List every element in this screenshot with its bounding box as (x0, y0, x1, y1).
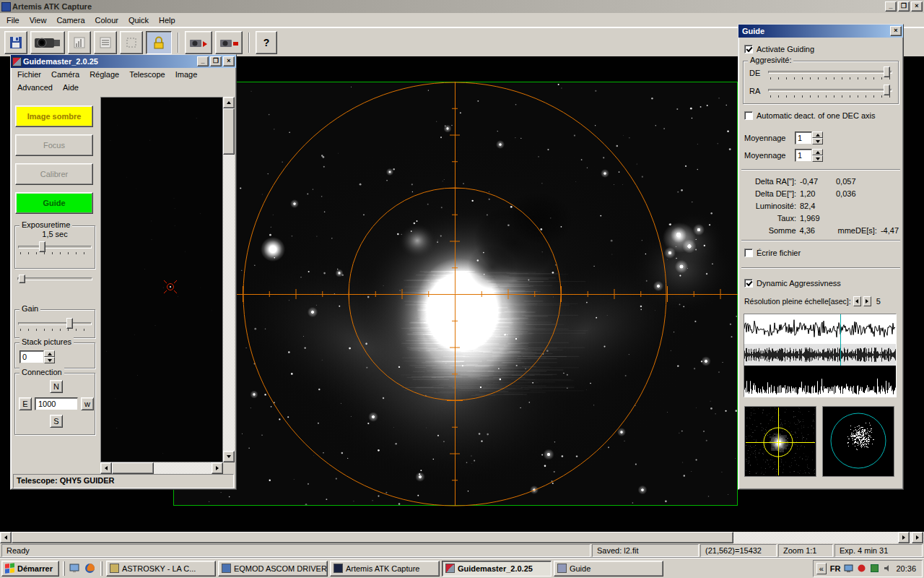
taskbar-task-eqmod[interactable]: EQMOD ASCOM DRIVER (218, 561, 328, 577)
gm-menu-fichier[interactable]: Fichier (12, 68, 46, 81)
status-pixel-value: (21,562)=15432 (700, 544, 777, 557)
preview-vscroll-thumb[interactable] (223, 108, 235, 155)
stack-spinner[interactable]: 0 (19, 350, 55, 363)
auto-deact-checkbox[interactable] (744, 111, 753, 120)
exposure-slider-thumb[interactable] (39, 241, 45, 252)
taskbar-task-artemis[interactable]: Artemis ATK Capture (330, 561, 440, 577)
exposure-progress-thumb[interactable] (19, 275, 25, 283)
display-settings-button[interactable] (94, 31, 117, 54)
average1-value[interactable]: 1 (795, 131, 812, 144)
stack-value[interactable]: 0 (19, 350, 44, 363)
write-file-checkbox[interactable] (744, 249, 753, 257)
preview-hscrollbar[interactable] (100, 462, 223, 474)
preview-hscroll-thumb[interactable] (112, 462, 154, 474)
ra-aggressivity-slider[interactable] (768, 83, 892, 98)
stack-down-button[interactable] (44, 357, 55, 363)
gm-menu-camera[interactable]: Caméra (46, 68, 84, 81)
start-button[interactable]: Démarrer (1, 561, 59, 577)
guider-preview-panel[interactable] (100, 97, 223, 462)
artemis-minimize-button[interactable]: _ (885, 1, 897, 12)
record-tray-icon[interactable] (857, 564, 866, 573)
nudge-east-button[interactable]: E (19, 397, 32, 410)
tray-chevron-button[interactable]: « (816, 563, 827, 574)
average2-value[interactable]: 1 (795, 149, 812, 162)
taskbar-task-guide[interactable]: Guide (554, 561, 663, 577)
focus-button[interactable]: Focus (15, 134, 93, 156)
menu-view[interactable]: View (25, 14, 52, 27)
gm-menu-image[interactable]: Image (170, 68, 203, 81)
hscroll-thumb[interactable] (12, 532, 733, 543)
menu-help[interactable]: Help (154, 14, 180, 27)
resolution-left-button[interactable] (853, 296, 861, 306)
artemis-hscrollbar[interactable] (0, 532, 924, 543)
capture-loop-button[interactable] (185, 31, 212, 54)
exposure-slider[interactable] (18, 240, 92, 254)
hscroll-left-button[interactable] (0, 532, 12, 543)
nudge-south-button[interactable]: S (50, 415, 63, 428)
preview-scroll-left-button[interactable] (100, 462, 112, 474)
gain-slider[interactable] (18, 316, 92, 331)
preview-vscrollbar[interactable] (223, 97, 235, 462)
guidemaster-titlebar[interactable]: Guidemaster_2.0.25 _ ❐ × (11, 55, 236, 68)
preview-scroll-up-button[interactable] (223, 97, 235, 108)
auto-deact-row[interactable]: Automatic deact. of one DEC axis (744, 111, 875, 120)
menu-file[interactable]: File (1, 14, 25, 27)
browser-icon[interactable] (84, 562, 97, 575)
capture-single-button[interactable] (215, 31, 243, 54)
nudge-west-button[interactable]: w (81, 397, 94, 410)
lock-button[interactable] (146, 31, 172, 54)
guidemaster-maximize-button[interactable]: ❐ (210, 56, 222, 66)
guider-preview-canvas[interactable] (101, 98, 222, 462)
calibrate-button[interactable]: Calibrer (15, 163, 93, 185)
volume-tray-icon[interactable] (883, 564, 892, 573)
preview-scroll-right-button[interactable] (212, 462, 223, 474)
gain-slider-thumb[interactable] (66, 318, 73, 329)
camera-settings-button[interactable] (30, 31, 65, 54)
write-file-row[interactable]: Écrire fichier (744, 249, 801, 257)
save-button[interactable] (4, 31, 27, 54)
artemis-close-button[interactable]: × (911, 1, 923, 12)
gm-menu-reglage[interactable]: Réglage (84, 68, 124, 81)
guidemaster-minimize-button[interactable]: _ (197, 56, 209, 66)
histogram-button[interactable] (68, 31, 91, 54)
guide-button[interactable]: Guide (15, 192, 93, 214)
hscroll-right-button2[interactable] (912, 532, 923, 543)
activate-guiding-checkbox[interactable] (744, 45, 753, 53)
guidemaster-close-button[interactable]: × (223, 56, 235, 66)
ra-slider-thumb[interactable] (884, 85, 890, 95)
hscroll-right-button[interactable] (898, 532, 910, 543)
pulse-duration-field[interactable]: 1000 (35, 397, 78, 410)
menu-camera[interactable]: Camera (51, 14, 90, 27)
guide-close-button[interactable]: × (890, 26, 902, 36)
eqmod-tray-icon[interactable] (870, 564, 879, 573)
taskbar-task-astrosky[interactable]: ASTROSKY - LA C... (106, 561, 216, 577)
gm-menu-advanced[interactable]: Advanced (12, 81, 58, 94)
nudge-north-button[interactable]: N (50, 380, 63, 393)
average2-spinner[interactable]: 1 (795, 149, 823, 162)
selection-button[interactable] (120, 31, 143, 54)
dark-frame-button[interactable]: Image sombre (15, 105, 93, 127)
artemis-maximize-button[interactable]: ❐ (898, 1, 910, 12)
delta-de-row: Delta DE["]: 1,20 0,036 (743, 187, 899, 199)
dynamic-aggressivness-checkbox[interactable] (744, 279, 753, 288)
average1-spinner[interactable]: 1 (795, 131, 823, 144)
preview-scroll-down-button[interactable] (223, 451, 235, 462)
dynamic-aggressivness-row[interactable]: Dynamic Aggressivness (744, 279, 841, 288)
menu-quick[interactable]: Quick (123, 14, 154, 27)
gm-menu-aide[interactable]: Aide (58, 81, 84, 94)
artemis-titlebar[interactable]: Artemis ATK Capture _ ❐ × (0, 0, 924, 13)
gm-menu-telescope[interactable]: Telescope (124, 68, 170, 81)
resolution-right-button[interactable] (863, 296, 871, 306)
activate-guiding-row[interactable]: Activate Guiding (744, 45, 814, 53)
stack-up-button[interactable] (44, 350, 55, 357)
show-desktop-icon[interactable] (69, 562, 82, 575)
de-slider-thumb[interactable] (884, 66, 890, 77)
language-indicator[interactable]: FR (830, 564, 841, 573)
taskbar-task-guidemaster[interactable]: Guidemaster_2.0.25 (442, 561, 552, 577)
de-aggressivity-slider[interactable] (768, 65, 892, 79)
menu-colour[interactable]: Colour (90, 14, 123, 27)
help-button[interactable]: ? (256, 31, 277, 54)
display-tray-icon[interactable] (844, 564, 853, 573)
exposure-progress-slider[interactable] (17, 272, 92, 286)
guide-titlebar[interactable]: Guide × (738, 25, 903, 38)
